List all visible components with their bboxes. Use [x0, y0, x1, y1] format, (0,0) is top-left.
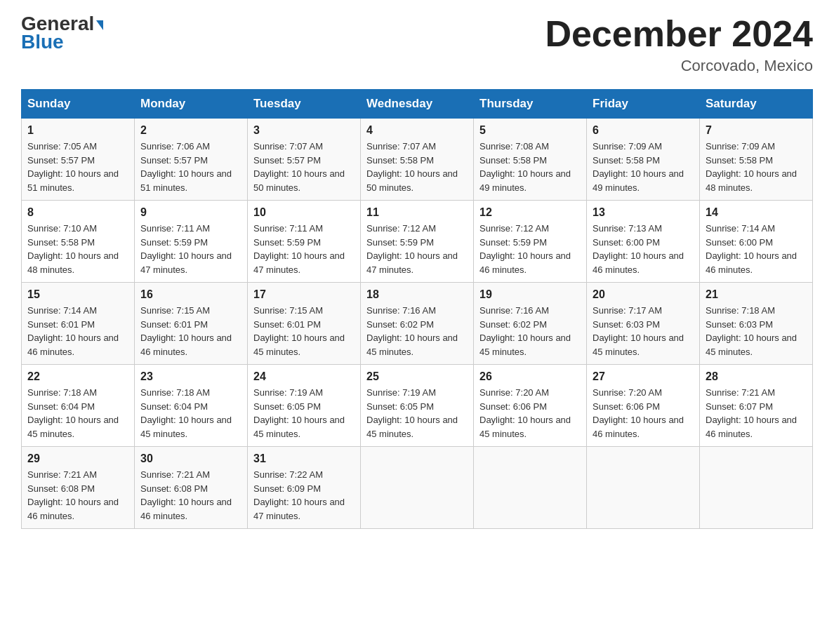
calendar-cell: 21 Sunrise: 7:18 AM Sunset: 6:03 PM Dayl…	[700, 283, 813, 365]
calendar-cell: 19 Sunrise: 7:16 AM Sunset: 6:02 PM Dayl…	[474, 283, 587, 365]
day-info: Sunrise: 7:18 AM Sunset: 6:04 PM Dayligh…	[140, 386, 241, 441]
title-section: December 2024 Corcovado, Mexico	[545, 14, 813, 75]
day-info: Sunrise: 7:11 AM Sunset: 5:59 PM Dayligh…	[140, 222, 241, 276]
calendar-cell: 23 Sunrise: 7:18 AM Sunset: 6:04 PM Dayl…	[135, 365, 248, 447]
calendar-week-2: 8 Sunrise: 7:10 AM Sunset: 5:58 PM Dayli…	[22, 201, 813, 283]
day-number: 5	[479, 124, 581, 137]
day-info: Sunrise: 7:21 AM Sunset: 6:07 PM Dayligh…	[706, 386, 807, 441]
calendar-table: Sunday Monday Tuesday Wednesday Thursday…	[21, 89, 813, 529]
day-info: Sunrise: 7:22 AM Sunset: 6:09 PM Dayligh…	[253, 468, 355, 523]
calendar-cell	[700, 447, 813, 529]
page-header: General Blue December 2024 Corcovado, Me…	[21, 14, 813, 75]
day-number: 18	[366, 288, 468, 301]
calendar-cell: 27 Sunrise: 7:20 AM Sunset: 6:06 PM Dayl…	[587, 365, 700, 447]
calendar-cell: 5 Sunrise: 7:08 AM Sunset: 5:58 PM Dayli…	[474, 119, 587, 201]
day-number: 31	[253, 452, 355, 465]
calendar-week-1: 1 Sunrise: 7:05 AM Sunset: 5:57 PM Dayli…	[22, 119, 813, 201]
day-number: 9	[140, 206, 241, 219]
day-info: Sunrise: 7:14 AM Sunset: 6:00 PM Dayligh…	[706, 222, 807, 276]
day-number: 15	[27, 288, 128, 301]
calendar-cell: 2 Sunrise: 7:06 AM Sunset: 5:57 PM Dayli…	[135, 119, 248, 201]
day-number: 12	[479, 206, 581, 219]
calendar-cell: 7 Sunrise: 7:09 AM Sunset: 5:58 PM Dayli…	[700, 119, 813, 201]
day-info: Sunrise: 7:15 AM Sunset: 6:01 PM Dayligh…	[140, 304, 241, 358]
day-info: Sunrise: 7:11 AM Sunset: 5:59 PM Dayligh…	[253, 222, 355, 276]
day-info: Sunrise: 7:07 AM Sunset: 5:57 PM Dayligh…	[253, 140, 355, 194]
calendar-cell: 30 Sunrise: 7:21 AM Sunset: 6:08 PM Dayl…	[135, 447, 248, 529]
day-number: 7	[706, 124, 807, 137]
calendar-cell: 15 Sunrise: 7:14 AM Sunset: 6:01 PM Dayl…	[22, 283, 135, 365]
day-info: Sunrise: 7:19 AM Sunset: 6:05 PM Dayligh…	[253, 386, 355, 441]
day-info: Sunrise: 7:09 AM Sunset: 5:58 PM Dayligh…	[706, 140, 807, 194]
day-number: 16	[140, 288, 241, 301]
calendar-cell: 16 Sunrise: 7:15 AM Sunset: 6:01 PM Dayl…	[135, 283, 248, 365]
day-info: Sunrise: 7:13 AM Sunset: 6:00 PM Dayligh…	[593, 222, 694, 276]
day-number: 22	[27, 370, 128, 383]
calendar-cell: 17 Sunrise: 7:15 AM Sunset: 6:01 PM Dayl…	[248, 283, 361, 365]
calendar-cell: 6 Sunrise: 7:09 AM Sunset: 5:58 PM Dayli…	[587, 119, 700, 201]
calendar-cell: 24 Sunrise: 7:19 AM Sunset: 6:05 PM Dayl…	[248, 365, 361, 447]
calendar-cell: 26 Sunrise: 7:20 AM Sunset: 6:06 PM Dayl…	[474, 365, 587, 447]
col-tuesday: Tuesday	[248, 90, 361, 119]
col-thursday: Thursday	[474, 90, 587, 119]
day-number: 8	[27, 206, 128, 219]
calendar-cell	[361, 447, 474, 529]
day-info: Sunrise: 7:17 AM Sunset: 6:03 PM Dayligh…	[593, 304, 694, 358]
day-number: 30	[140, 452, 241, 465]
calendar-cell: 8 Sunrise: 7:10 AM Sunset: 5:58 PM Dayli…	[22, 201, 135, 283]
day-number: 3	[253, 124, 355, 137]
day-number: 14	[706, 206, 807, 219]
day-info: Sunrise: 7:18 AM Sunset: 6:03 PM Dayligh…	[706, 304, 807, 358]
day-number: 11	[366, 206, 468, 219]
calendar-cell: 11 Sunrise: 7:12 AM Sunset: 5:59 PM Dayl…	[361, 201, 474, 283]
day-number: 26	[479, 370, 581, 383]
month-year-title: December 2024	[545, 14, 813, 54]
calendar-header-row: Sunday Monday Tuesday Wednesday Thursday…	[22, 90, 813, 119]
day-info: Sunrise: 7:21 AM Sunset: 6:08 PM Dayligh…	[27, 468, 128, 523]
calendar-cell: 31 Sunrise: 7:22 AM Sunset: 6:09 PM Dayl…	[248, 447, 361, 529]
calendar-week-3: 15 Sunrise: 7:14 AM Sunset: 6:01 PM Dayl…	[22, 283, 813, 365]
calendar-cell: 20 Sunrise: 7:17 AM Sunset: 6:03 PM Dayl…	[587, 283, 700, 365]
day-info: Sunrise: 7:12 AM Sunset: 5:59 PM Dayligh…	[366, 222, 468, 276]
calendar-cell: 28 Sunrise: 7:21 AM Sunset: 6:07 PM Dayl…	[700, 365, 813, 447]
col-friday: Friday	[587, 90, 700, 119]
calendar-cell: 22 Sunrise: 7:18 AM Sunset: 6:04 PM Dayl…	[22, 365, 135, 447]
day-number: 2	[140, 124, 241, 137]
day-number: 13	[593, 206, 694, 219]
calendar-week-5: 29 Sunrise: 7:21 AM Sunset: 6:08 PM Dayl…	[22, 447, 813, 529]
calendar-cell: 29 Sunrise: 7:21 AM Sunset: 6:08 PM Dayl…	[22, 447, 135, 529]
day-info: Sunrise: 7:10 AM Sunset: 5:58 PM Dayligh…	[27, 222, 128, 276]
col-sunday: Sunday	[22, 90, 135, 119]
calendar-cell: 9 Sunrise: 7:11 AM Sunset: 5:59 PM Dayli…	[135, 201, 248, 283]
day-info: Sunrise: 7:14 AM Sunset: 6:01 PM Dayligh…	[27, 304, 128, 358]
day-info: Sunrise: 7:15 AM Sunset: 6:01 PM Dayligh…	[253, 304, 355, 358]
day-number: 25	[366, 370, 468, 383]
day-info: Sunrise: 7:21 AM Sunset: 6:08 PM Dayligh…	[140, 468, 241, 523]
day-info: Sunrise: 7:20 AM Sunset: 6:06 PM Dayligh…	[593, 386, 694, 441]
calendar-cell: 1 Sunrise: 7:05 AM Sunset: 5:57 PM Dayli…	[22, 119, 135, 201]
day-number: 27	[593, 370, 694, 383]
calendar-cell	[474, 447, 587, 529]
day-number: 19	[479, 288, 581, 301]
day-info: Sunrise: 7:09 AM Sunset: 5:58 PM Dayligh…	[593, 140, 694, 194]
calendar-week-4: 22 Sunrise: 7:18 AM Sunset: 6:04 PM Dayl…	[22, 365, 813, 447]
day-info: Sunrise: 7:16 AM Sunset: 6:02 PM Dayligh…	[366, 304, 468, 358]
location-label: Corcovado, Mexico	[545, 57, 813, 75]
calendar-cell: 13 Sunrise: 7:13 AM Sunset: 6:00 PM Dayl…	[587, 201, 700, 283]
calendar-cell: 3 Sunrise: 7:07 AM Sunset: 5:57 PM Dayli…	[248, 119, 361, 201]
day-number: 6	[593, 124, 694, 137]
logo: General Blue	[21, 14, 103, 52]
day-number: 10	[253, 206, 355, 219]
day-info: Sunrise: 7:16 AM Sunset: 6:02 PM Dayligh…	[479, 304, 581, 358]
day-number: 21	[706, 288, 807, 301]
day-info: Sunrise: 7:07 AM Sunset: 5:58 PM Dayligh…	[366, 140, 468, 194]
col-monday: Monday	[135, 90, 248, 119]
calendar-cell: 4 Sunrise: 7:07 AM Sunset: 5:58 PM Dayli…	[361, 119, 474, 201]
day-number: 4	[366, 124, 468, 137]
calendar-cell: 18 Sunrise: 7:16 AM Sunset: 6:02 PM Dayl…	[361, 283, 474, 365]
calendar-cell	[587, 447, 700, 529]
day-number: 23	[140, 370, 241, 383]
day-info: Sunrise: 7:20 AM Sunset: 6:06 PM Dayligh…	[479, 386, 581, 441]
day-info: Sunrise: 7:19 AM Sunset: 6:05 PM Dayligh…	[366, 386, 468, 441]
day-number: 24	[253, 370, 355, 383]
